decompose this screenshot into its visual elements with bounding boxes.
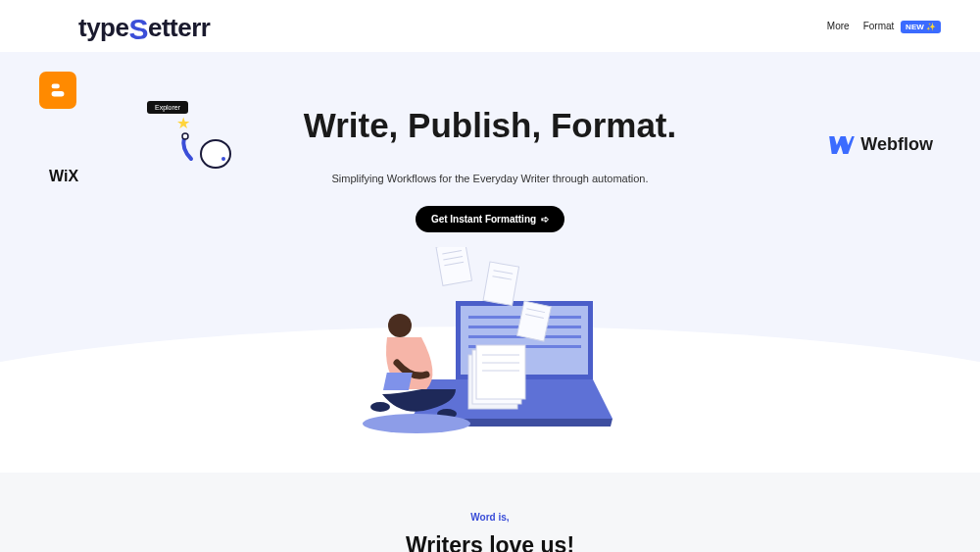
svg-point-29	[363, 414, 470, 433]
logo-text-suffix: etterr	[148, 13, 210, 42]
nav-format[interactable]: Format NEW ✨	[863, 21, 941, 31]
testimonial-eyebrow: Word is,	[0, 512, 980, 523]
svg-point-25	[388, 314, 412, 337]
svg-rect-26	[383, 373, 413, 390]
logo-text-prefix: type	[78, 13, 128, 42]
laptop-writer-illustration	[363, 247, 617, 443]
hero-section: WiX Webflow Explorer ★ Write, Publish, F…	[0, 52, 980, 443]
nav-format-label: Format	[863, 21, 895, 31]
svg-rect-19	[483, 262, 518, 306]
site-header: typeSetterr More Format NEW ✨	[0, 0, 980, 52]
svg-rect-11	[476, 345, 525, 399]
hero-title: Write, Publish, Format.	[39, 106, 941, 145]
svg-point-27	[370, 402, 390, 412]
svg-rect-15	[436, 247, 471, 285]
hero-content: Write, Publish, Format. Simplifying Work…	[0, 81, 980, 443]
brand-logo[interactable]: typeSetterr	[78, 10, 210, 43]
cta-button[interactable]: Get Instant Formatting ➪	[416, 206, 564, 232]
arrow-right-icon: ➪	[541, 214, 549, 225]
nav-more[interactable]: More	[827, 21, 850, 31]
testimonial-section: Word is, Writers love us!	[0, 473, 980, 552]
hero-illustration	[363, 247, 617, 443]
top-nav: More Format NEW ✨	[827, 21, 941, 31]
hero-subtitle: Simplifying Workflows for the Everyday W…	[39, 173, 941, 184]
testimonial-heading: Writers love us!	[0, 532, 980, 552]
nav-format-badge: NEW ✨	[901, 21, 941, 33]
logo-text-s: S	[128, 13, 148, 46]
cta-button-label: Get Instant Formatting	[431, 214, 536, 225]
spacer	[0, 443, 980, 473]
